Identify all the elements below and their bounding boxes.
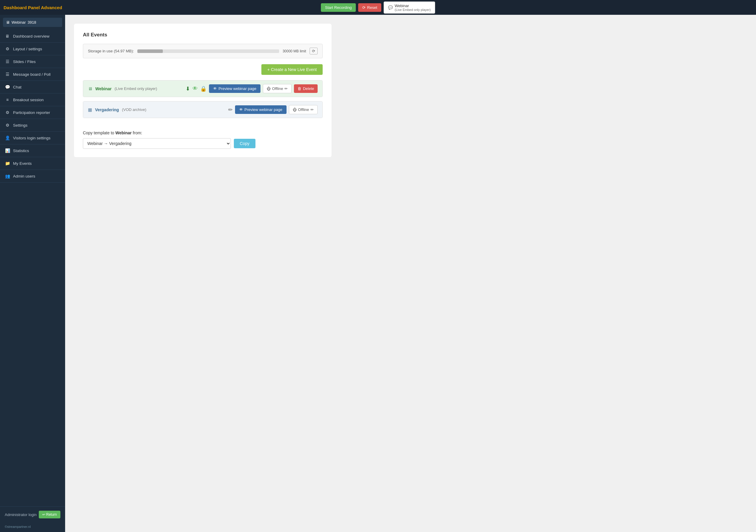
top-bar: Dashboard Panel Advanced Start Recording… [0,0,756,15]
event-name-wrap-webinar: 🖥 Webinar (Live Embed only player) [88,86,157,91]
sidebar-item-label: My Events [13,161,32,166]
event-row-webinar: 🖥 Webinar (Live Embed only player) ⬇ 👁 🔒… [83,80,323,97]
message-icon: ☰ [5,72,10,77]
sidebar-item-dashboard-overview[interactable]: 🖥 Dashboard overview [0,30,65,42]
event-name-wrap-vergadering: ▦ Vergadering (VOD archive) [88,107,146,113]
sidebar-item-label: Visitors login settings [13,136,51,140]
start-recording-button[interactable]: Start Recording [321,3,356,12]
power-icon-2: ⏻ [293,107,297,112]
edit-icon-vergadering[interactable]: ✏ [228,107,233,113]
trash-icon: 🗑 [297,86,301,91]
copy-template-select[interactable]: Webinar → Vergadering [83,138,231,149]
webinar-tab-sub: (Live Embed only player) [394,8,431,12]
sidebar: 🖥 Webinar 3918 🖥 Dashboard overview ⚙ La… [0,15,65,532]
breakout-icon: ≡ [5,97,10,102]
chat-icon: 💬 [5,85,10,89]
event-row-header-vergadering: ▦ Vergadering (VOD archive) ✏ 👁 Preview … [83,101,322,118]
event-type-badge-webinar: (Live Embed only player) [115,86,157,91]
delete-button-webinar[interactable]: 🗑 Delete [294,84,318,93]
settings-icon: ⚙ [5,123,10,127]
sidebar-footer: Administrator login ↩ Return [0,506,65,522]
eye-btn-icon-2: 👁 [239,107,243,112]
webinar-badge-label: Webinar [12,20,26,25]
storage-bar-fill [137,49,163,53]
event-row-actions-webinar: ⬇ 👁 🔒 👁 Preview webinar page ⏻ Offline ✏ [186,84,318,93]
storage-label: Storage in use (54.97 MB): [88,49,134,53]
return-icon: ↩ [42,513,46,517]
lock-icon[interactable]: 🔒 [200,86,206,92]
offline-button-vergadering[interactable]: ⏻ Offline ✏ [289,105,318,114]
webinar-badge: 🖥 Webinar 3918 [3,18,62,27]
sidebar-item-layout-settings[interactable]: ⚙ Layout / settings [0,42,65,55]
storage-refresh-button[interactable]: ⟳ [310,48,318,54]
webinar-tab[interactable]: 💬 Webinar (Live Embed only player) [384,1,435,13]
event-row-actions-vergadering: ✏ 👁 Preview webinar page ⏻ Offline ✏ [228,105,318,114]
section-title: All Events [83,32,323,38]
download-icon[interactable]: ⬇ [186,86,190,92]
copyright: ©streampartner.nl [0,522,65,532]
sidebar-item-settings[interactable]: ⚙ Settings [0,119,65,132]
sidebar-item-label: Breakout session [13,98,44,102]
content-card: All Events Storage in use (54.97 MB): 30… [74,24,332,157]
copy-template-label: Copy template to Webinar from: [83,130,323,135]
top-bar-center: Start Recording ⟳ Reset 💬 Webinar (Live … [321,1,435,13]
event-name-link-vergadering[interactable]: Vergadering [95,107,119,112]
eye-icon[interactable]: 👁 [192,86,198,92]
app-title: Dashboard Panel Advanced [4,5,62,10]
reset-label: Reset [367,5,377,10]
preview-vergadering-button[interactable]: 👁 Preview webinar page [235,105,286,114]
preview-webinar-button[interactable]: 👁 Preview webinar page [209,84,260,93]
sidebar-item-label: Layout / settings [13,47,42,51]
visitor-icon: 👤 [5,136,10,140]
main-layout: 🖥 Webinar 3918 🖥 Dashboard overview ⚙ La… [0,15,756,532]
copy-row: Webinar → Vergadering Copy [83,138,323,149]
storage-bar [137,49,279,53]
statistics-icon: 📊 [5,148,10,153]
slides-icon: ☰ [5,59,10,64]
sidebar-item-label: Dashboard overview [13,34,49,39]
sidebar-item-slides-files[interactable]: ☰ Slides / Files [0,55,65,68]
reporter-icon: ⚙ [5,110,10,115]
offline-button-webinar[interactable]: ⏻ Offline ✏ [263,84,291,93]
sidebar-item-label: Admin users [13,174,35,178]
grid-icon: ▦ [88,107,92,113]
app-title-text: Dashboard Panel [4,5,40,10]
webinar-badge-id: 3918 [28,20,36,25]
sidebar-item-my-events[interactable]: 📁 My Events [0,157,65,170]
storage-limit: 30000 MB limit [283,49,306,53]
sidebar-item-label: Participation reporter [13,110,50,115]
create-button-wrap: + Create a New Live Event [83,64,323,75]
reset-icon: ⟳ [362,5,365,10]
sidebar-item-chat[interactable]: 💬 Chat [0,81,65,93]
copy-button[interactable]: Copy [234,139,256,148]
screen-icon: 🖥 [88,86,92,91]
sidebar-item-label: Statistics [13,148,29,153]
edit-icon-webinar: ✏ [284,86,288,91]
return-button[interactable]: ↩ Return [39,511,60,519]
storage-box: Storage in use (54.97 MB): 30000 MB limi… [83,44,323,58]
folder-icon: 📁 [5,161,10,166]
webinar-badge-icon: 🖥 [6,20,10,25]
sidebar-item-label: Settings [13,123,28,127]
users-icon: 👥 [5,174,10,178]
reset-button[interactable]: ⟳ Reset [358,3,381,12]
power-icon: ⏻ [267,86,271,91]
copy-template-section: Copy template to Webinar from: Webinar →… [83,125,323,149]
sidebar-item-admin-users[interactable]: 👥 Admin users [0,170,65,183]
sidebar-item-participation-reporter[interactable]: ⚙ Participation reporter [0,106,65,119]
webinar-tab-icon: 💬 [388,5,393,10]
sidebar-item-visitors-login-settings[interactable]: 👤 Visitors login settings [0,132,65,145]
eye-btn-icon: 👁 [213,86,217,91]
event-row-header-webinar: 🖥 Webinar (Live Embed only player) ⬇ 👁 🔒… [83,80,322,97]
event-row-vergadering: ▦ Vergadering (VOD archive) ✏ 👁 Preview … [83,101,323,118]
create-event-button[interactable]: + Create a New Live Event [261,64,323,75]
gear-icon: ⚙ [5,46,10,51]
edit-icon-vergadering-2: ✏ [310,107,314,112]
app-title-accent: Advanced [41,5,62,10]
sidebar-item-message-board-poll[interactable]: ☰ Message board / Poll [0,68,65,81]
sidebar-item-statistics[interactable]: 📊 Statistics [0,145,65,157]
sidebar-item-label: Slides / Files [13,60,36,64]
event-name-link-webinar[interactable]: Webinar [95,86,112,91]
sidebar-item-breakout-session[interactable]: ≡ Breakout session [0,93,65,106]
admin-login-label: Administrator login [5,513,37,517]
